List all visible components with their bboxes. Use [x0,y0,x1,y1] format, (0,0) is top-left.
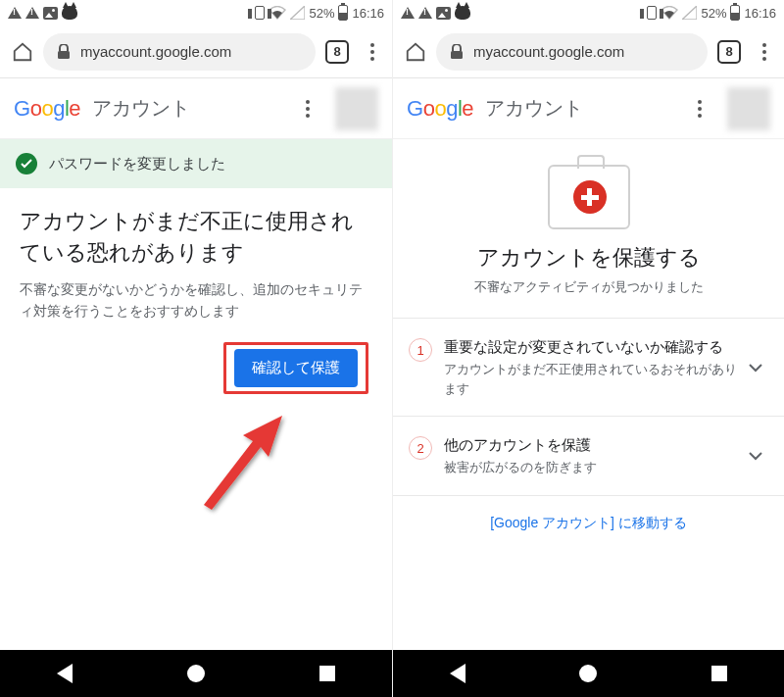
chevron-down-icon [749,359,768,376]
warning-icon: ! [401,7,415,19]
google-logo: Google [407,96,473,122]
status-right: 52% 16:16 [255,5,384,21]
tab-switcher[interactable]: 8 [717,40,741,64]
first-aid-kit-icon [548,165,630,229]
app-title: アカウント [485,95,583,122]
home-icon[interactable] [6,35,39,69]
step-title: 重要な設定が変更されていないか確認する [444,336,737,357]
step-item-1[interactable]: 1 重要な設定が変更されていないか確認する アカウントがまだ不正使用されているお… [393,319,784,417]
home-icon[interactable] [399,35,432,69]
address-bar[interactable]: myaccount.google.com [436,33,708,71]
battery-icon [338,5,348,21]
phone-right: ! ! 52% 16:16 myaccount.google.com 8 Goo… [392,0,784,697]
banner-text: パスワードを変更しました [49,155,225,174]
lock-icon [450,44,464,60]
recent-apps-icon[interactable] [319,666,335,681]
step-item-2[interactable]: 2 他のアカウントを保護 被害が広がるのを防ぎます [393,417,784,496]
svg-rect-1 [451,51,463,59]
verify-protect-button[interactable]: 確認して保護 [234,349,358,387]
cta-row: 確認して保護 [0,342,392,394]
avatar[interactable] [335,87,378,130]
android-navbar [393,650,784,697]
app-menu-icon[interactable] [294,100,321,118]
svg-rect-0 [58,51,70,59]
battery-pct: 52% [701,6,726,21]
avatar[interactable] [727,87,770,130]
android-navbar [0,650,392,697]
success-banner: パスワードを変更しました [0,139,392,188]
clock: 16:16 [352,6,384,21]
signal-icon [290,6,305,20]
google-logo: Google [14,96,80,122]
cat-icon [455,6,470,20]
main-content-left: パスワードを変更しました アカウントがまだ不正に使用されている恐れがあります 不… [0,139,392,650]
protect-headline: アカウントを保護する [393,243,784,278]
link-row: [Google アカウント] に移動する [393,496,784,550]
status-bar: ! ! 52% 16:16 [393,0,784,25]
cta-highlight-box: 確認して保護 [223,342,368,394]
wifi-icon [661,6,678,20]
wifi-icon [269,6,286,20]
clock: 16:16 [744,6,776,21]
vibrate-icon [647,6,657,20]
main-content-right: アカウントを保護する 不審なアクティビティが見つかりました 1 重要な設定が変更… [393,139,784,650]
app-header: Google アカウント [0,78,392,139]
picture-icon [436,7,451,20]
annotation-arrow-icon [184,412,292,520]
warning-icon: ! [418,7,432,19]
vibrate-icon [255,6,265,20]
status-left: ! ! [8,6,77,20]
warning-headline: アカウントがまだ不正に使用されている恐れがあります [0,188,392,278]
first-aid-illustration [393,139,784,243]
tab-switcher[interactable]: 8 [325,40,349,64]
recent-apps-icon[interactable] [711,666,727,681]
battery-pct: 52% [309,6,334,21]
url-text: myaccount.google.com [473,43,624,60]
status-bar: ! ! 52% 16:16 [0,0,392,25]
warning-icon: ! [8,7,22,19]
status-left: ! ! [401,6,470,20]
chevron-down-icon [749,447,768,465]
address-bar[interactable]: myaccount.google.com [43,33,316,71]
step-title: 他のアカウントを保護 [444,434,737,455]
checkmark-icon [16,153,37,174]
lock-icon [57,44,71,60]
go-to-account-link[interactable]: [Google アカウント] に移動する [490,515,687,530]
step-desc: アカウントがまだ不正使用されているおそれがあります [444,360,737,398]
back-icon[interactable] [57,664,73,683]
home-nav-icon[interactable] [579,665,597,682]
cat-icon [62,6,77,20]
protect-subtext: 不審なアクティビティが見つかりました [393,278,784,318]
app-title: アカウント [92,95,190,122]
signal-icon [682,6,697,20]
app-menu-icon[interactable] [686,100,713,118]
status-right: 52% 16:16 [647,5,776,21]
back-icon[interactable] [450,664,466,683]
browser-toolbar: myaccount.google.com 8 [0,25,392,78]
url-text: myaccount.google.com [80,43,231,60]
warning-icon: ! [25,7,39,19]
steps-list: 1 重要な設定が変更されていないか確認する アカウントがまだ不正使用されているお… [393,318,784,496]
home-nav-icon[interactable] [187,665,205,682]
step-number: 2 [409,436,432,460]
battery-icon [730,5,740,21]
overflow-menu-icon[interactable] [359,43,386,61]
step-number: 1 [409,338,432,362]
step-desc: 被害が広がるのを防ぎます [444,458,737,477]
warning-subtext: 不審な変更がないかどうかを確認し、追加のセキュリティ対策を行うことをおすすめしま… [0,278,392,342]
app-header: Google アカウント [393,78,784,139]
overflow-menu-icon[interactable] [751,43,778,61]
phone-left: ! ! 52% 16:16 myaccount.google.com 8 Goo… [0,0,392,697]
browser-toolbar: myaccount.google.com 8 [393,25,784,78]
picture-icon [43,7,58,20]
